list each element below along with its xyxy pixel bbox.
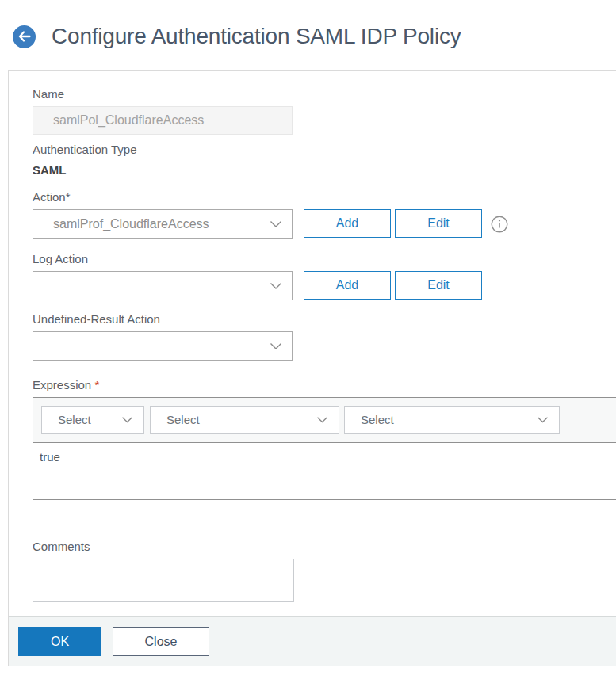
- expression-toolbar: Select Select Select: [33, 398, 616, 443]
- chevron-down-icon: [270, 282, 282, 290]
- action-edit-button[interactable]: Edit: [395, 209, 482, 238]
- log-action-label: Log Action: [33, 252, 616, 265]
- action-add-button[interactable]: Add: [304, 209, 391, 238]
- form-panel: Name Authentication Type SAML Action* sa…: [8, 70, 616, 666]
- close-button[interactable]: Close: [113, 627, 209, 656]
- auth-type-label: Authentication Type: [33, 143, 616, 156]
- log-action-add-button[interactable]: Add: [304, 271, 391, 300]
- chevron-down-icon: [270, 342, 282, 350]
- expression-select-3[interactable]: Select: [344, 406, 560, 434]
- log-action-select[interactable]: [33, 271, 293, 300]
- action-row: samlProf_CloudflareAccess Add Edit: [33, 209, 616, 239]
- log-action-row: Add Edit: [33, 271, 616, 300]
- chevron-down-icon: [121, 417, 133, 424]
- ok-button[interactable]: OK: [18, 627, 101, 656]
- log-action-edit-button[interactable]: Edit: [395, 271, 482, 300]
- undefined-result-action-label: Undefined-Result Action: [33, 312, 616, 326]
- arrow-left-icon: [18, 31, 31, 42]
- chevron-down-icon: [316, 417, 328, 424]
- action-label: Action*: [33, 190, 616, 204]
- page-title: Configure Authentication SAML IDP Policy: [52, 24, 461, 49]
- back-button[interactable]: [13, 25, 36, 48]
- comments-label: Comments: [33, 540, 616, 553]
- chevron-down-icon: [270, 220, 282, 228]
- expression-select-1[interactable]: Select: [41, 406, 144, 434]
- required-asterisk: *: [94, 378, 99, 391]
- expression-select-3-value: Select: [345, 407, 559, 433]
- action-select[interactable]: samlProf_CloudflareAccess: [33, 209, 293, 239]
- comments-input[interactable]: [33, 559, 294, 602]
- footer-bar: OK Close: [9, 616, 616, 666]
- expression-select-2-value: Select: [151, 407, 339, 433]
- name-label: Name: [33, 87, 616, 101]
- page-header: Configure Authentication SAML IDP Policy: [13, 24, 461, 49]
- auth-type-value: SAML: [33, 163, 616, 177]
- name-input[interactable]: [33, 106, 293, 135]
- info-icon: [491, 223, 508, 235]
- expression-label: Expression *: [33, 378, 616, 391]
- chevron-down-icon: [537, 417, 549, 424]
- action-info-button[interactable]: [491, 216, 508, 233]
- expression-select-2[interactable]: Select: [150, 406, 339, 434]
- form-content: Name Authentication Type SAML Action* sa…: [9, 71, 616, 602]
- expression-editor: Select Select Select: [33, 397, 616, 500]
- expression-input[interactable]: true: [33, 443, 616, 499]
- action-select-value: samlProf_CloudflareAccess: [33, 210, 292, 238]
- undefined-result-action-select[interactable]: [33, 331, 293, 361]
